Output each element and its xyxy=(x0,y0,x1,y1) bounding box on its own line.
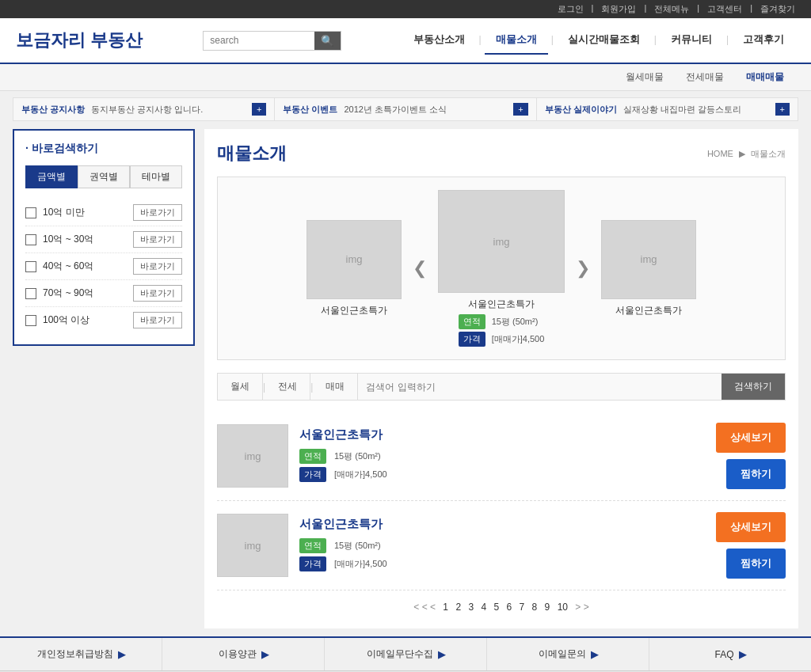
filter-btn-0[interactable]: 바로가기 xyxy=(133,204,182,221)
filter-label-3: 70억 ~ 90억 xyxy=(43,287,133,300)
favorites-link[interactable]: 즐겨찾기 xyxy=(760,3,795,15)
notice-bar: 부동산 공지사항 동지부동산 공지사항 입니다. + 부동산 이벤트 2012년… xyxy=(13,97,798,121)
footer-link-0[interactable]: 개인정보취급방침 ▶ xyxy=(0,638,162,670)
filter-checkbox-0[interactable] xyxy=(25,207,36,218)
filter-label-1: 10억 ~ 30억 xyxy=(43,233,133,246)
filter-btn-2[interactable]: 바로가기 xyxy=(133,258,182,275)
filter-label-0: 10억 미만 xyxy=(43,206,133,219)
filter-btn-3[interactable]: 바로가기 xyxy=(133,285,182,302)
nav-item-1[interactable]: 매물소개 xyxy=(485,26,548,55)
notice-plus-0[interactable]: + xyxy=(252,103,266,116)
filter-tabs: 금액별 권역별 테마별 xyxy=(25,165,182,188)
nav-sep3: | xyxy=(654,26,657,55)
header: 보금자리 부동산 🔍 부동산소개 | 매물소개 | 실시간매물조회 | 커뮤니티… xyxy=(0,18,811,64)
footer-link-3[interactable]: 이메일문의 ▶ xyxy=(487,638,649,670)
breadcrumb-home[interactable]: HOME xyxy=(707,149,733,158)
page-1[interactable]: 1 xyxy=(443,602,448,613)
footer-arrow-3: ▶ xyxy=(591,649,598,660)
filter-checkbox-2[interactable] xyxy=(25,261,36,272)
footer-link-label-4: FAQ xyxy=(714,649,733,660)
page-10[interactable]: 10 xyxy=(558,602,568,613)
page-3[interactable]: 3 xyxy=(468,602,474,613)
main-nav-wrapper: 부동산소개 | 매물소개 | 실시간매물조회 | 커뮤니티 | 고객후기 xyxy=(402,26,796,55)
nav-item-2[interactable]: 실시간매물조회 xyxy=(557,26,651,55)
notice-text-0: 동지부동산 공지사항 입니다. xyxy=(91,104,247,116)
sub-nav-item-1[interactable]: 전세매물 xyxy=(675,67,735,87)
support-link[interactable]: 고객센터 xyxy=(707,3,742,15)
listing-area-badge-1: 연적 xyxy=(299,538,326,553)
filter-tab-0[interactable]: 금액별 xyxy=(25,165,78,188)
detail-button-1[interactable]: 상세보기 xyxy=(716,512,786,542)
search-input[interactable] xyxy=(204,32,314,49)
all-menu-link[interactable]: 전체메뉴 xyxy=(654,3,689,15)
page-9[interactable]: 9 xyxy=(545,602,550,613)
footer-arrow-2: ▶ xyxy=(438,649,445,660)
listing-search-button[interactable]: 검색하기 xyxy=(722,374,785,400)
listing-price-value-1: [매매가]4,500 xyxy=(334,558,387,570)
detail-button-0[interactable]: 상세보기 xyxy=(716,423,786,453)
filter-row-1: 10억 ~ 30억 바로가기 xyxy=(25,226,182,253)
nav-item-3[interactable]: 커뮤니티 xyxy=(660,26,723,55)
listing-area-row-0: 연적 15평 (50m²) xyxy=(299,449,705,464)
filter-option-0[interactable]: 월세 xyxy=(218,374,263,400)
like-button-1[interactable]: 찜하기 xyxy=(726,549,786,579)
nav-sep2: | xyxy=(551,26,554,55)
pagination-next[interactable]: > > xyxy=(575,602,588,613)
listing-area-value-0: 15평 (50m²) xyxy=(334,450,381,462)
filter-btn-4[interactable]: 바로가기 xyxy=(133,312,182,328)
notice-plus-1[interactable]: + xyxy=(513,103,527,116)
listing-area-badge-0: 연적 xyxy=(299,449,326,464)
notice-item-2: 부동산 실제이야기 실재상황 내집마련 갈등스토리 + xyxy=(537,98,798,120)
gallery-next-arrow[interactable]: ❯ xyxy=(573,258,593,279)
sub-nav-item-2[interactable]: 매매매물 xyxy=(735,67,795,87)
breadcrumb-current: 매물소개 xyxy=(751,149,786,158)
filter-option-2[interactable]: 매매 xyxy=(313,374,358,400)
breadcrumb-sep: ▶ xyxy=(739,149,748,158)
filter-checkbox-4[interactable] xyxy=(25,315,36,326)
listing-price-row-1: 가격 [매매가]4,500 xyxy=(299,556,705,571)
content-area: 매물소개 HOME ▶ 매물소개 img 서울인근초특가 ❮ img 서울인근초… xyxy=(204,129,798,628)
listing-info-1: 서울인근초특가 연적 15평 (50m²) 가격 [매매가]4,500 xyxy=(299,517,705,575)
filter-option-1[interactable]: 전세 xyxy=(265,374,310,400)
notice-text-1: 2012년 초특가이벤트 소식 xyxy=(344,104,508,116)
price-value: [매매가]4,500 xyxy=(492,333,545,345)
footer-link-2[interactable]: 이메일무단수집 ▶ xyxy=(325,638,487,670)
footer-link-4[interactable]: FAQ ▶ xyxy=(649,638,811,670)
filter-checkbox-1[interactable] xyxy=(25,234,36,245)
gallery-caption-1: 서울인근초특가 xyxy=(468,298,535,311)
page-6[interactable]: 6 xyxy=(507,602,512,613)
filter-tab-2[interactable]: 테마별 xyxy=(130,165,182,188)
pagination-prev[interactable]: < < < xyxy=(413,602,436,613)
page-8[interactable]: 8 xyxy=(532,602,538,613)
filter-btn-1[interactable]: 바로가기 xyxy=(133,231,182,248)
page-5[interactable]: 5 xyxy=(493,602,499,613)
footer-link-label-1: 이용양관 xyxy=(219,647,257,661)
filter-checkbox-3[interactable] xyxy=(25,288,36,299)
filter-row-2: 40억 ~ 60억 바로가기 xyxy=(25,253,182,280)
filter-label-2: 40억 ~ 60억 xyxy=(43,260,133,273)
search-button[interactable]: 🔍 xyxy=(314,32,341,50)
register-link[interactable]: 회원가입 xyxy=(601,3,636,15)
nav-item-0[interactable]: 부동산소개 xyxy=(402,26,476,55)
notice-item-0: 부동산 공지사항 동지부동산 공지사항 입니다. + xyxy=(13,98,275,120)
listing-search-input[interactable] xyxy=(358,377,722,397)
notice-plus-2[interactable]: + xyxy=(775,103,790,116)
sep2: | xyxy=(644,3,646,15)
gallery-item-1: img 서울인근초특가 연적 15평 (50m²) 가격 [매매가]4,500 xyxy=(438,190,565,347)
nav-item-4[interactable]: 고객후기 xyxy=(732,26,795,55)
like-button-0[interactable]: 찜하기 xyxy=(726,459,786,489)
price-badge: 가격 xyxy=(459,332,485,347)
filter-row-4: 100억 이상 바로가기 xyxy=(25,307,182,333)
filter-tab-1[interactable]: 권역별 xyxy=(78,165,130,188)
page-2[interactable]: 2 xyxy=(455,602,461,613)
gallery-prev-arrow[interactable]: ❮ xyxy=(409,258,430,279)
page-7[interactable]: 7 xyxy=(520,602,525,613)
footer-link-1[interactable]: 이용양관 ▶ xyxy=(162,638,325,670)
page-4[interactable]: 4 xyxy=(481,602,486,613)
sub-nav-item-0[interactable]: 월세매물 xyxy=(615,67,675,87)
gallery-img-1: img xyxy=(438,190,565,293)
login-link[interactable]: 로그인 xyxy=(558,3,584,15)
footer-link-label-3: 이메일문의 xyxy=(539,647,586,661)
footer-arrow-4: ▶ xyxy=(739,649,746,660)
notice-label-0: 부동산 공지사항 xyxy=(21,104,85,116)
